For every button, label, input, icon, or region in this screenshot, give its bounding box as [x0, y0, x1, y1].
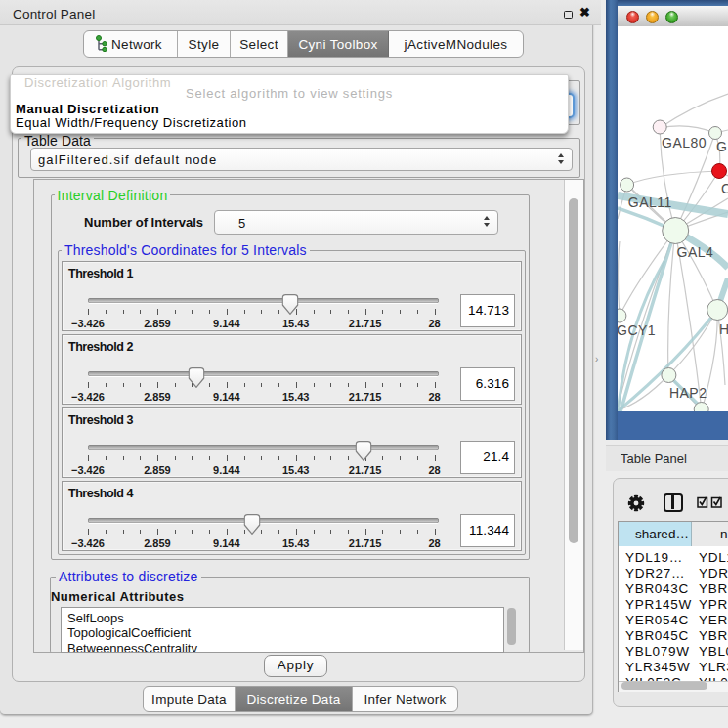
- svg-text:GCY1: GCY1: [618, 322, 656, 338]
- svg-text:HAP2: HAP2: [669, 385, 707, 401]
- svg-text:GAL80: GAL80: [662, 135, 707, 150]
- svg-text:GAL4: GAL4: [677, 244, 714, 260]
- svg-text:C: C: [721, 181, 728, 196]
- svg-text:GAL11: GAL11: [628, 194, 672, 210]
- svg-text:G.: G.: [716, 139, 728, 154]
- svg-text:H: H: [719, 321, 728, 337]
